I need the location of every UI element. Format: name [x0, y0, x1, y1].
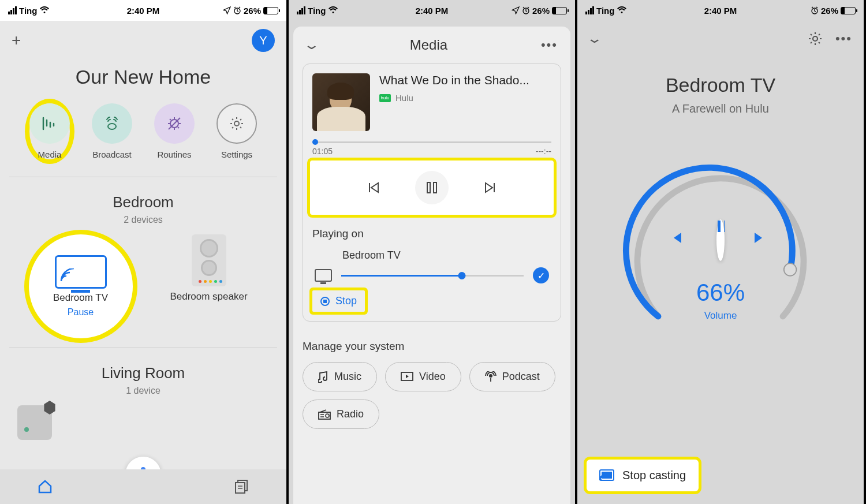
- room-bedroom-sub: 2 devices: [0, 215, 286, 234]
- svg-point-1: [108, 124, 116, 129]
- svg-rect-12: [319, 412, 330, 419]
- stop-button[interactable]: Stop: [312, 290, 365, 312]
- tv-icon: [315, 269, 332, 282]
- pause-button[interactable]: [716, 219, 725, 261]
- quick-media[interactable]: Media: [29, 103, 70, 159]
- video-icon: [401, 372, 413, 382]
- svg-rect-9: [434, 182, 436, 193]
- room-living-sub: 1 device: [0, 386, 286, 405]
- quick-broadcast[interactable]: Broadcast: [92, 103, 132, 159]
- chip-podcast[interactable]: Podcast: [469, 362, 555, 391]
- next-track-icon[interactable]: [483, 181, 497, 195]
- home-tab-icon[interactable]: [37, 479, 53, 494]
- home-title: Our New Home: [0, 60, 286, 103]
- manage-system-label: Manage your system: [303, 340, 561, 353]
- battery-pct: 26%: [244, 6, 261, 16]
- location-icon: [512, 6, 520, 14]
- status-bar: Ting 2:40 PM 26%: [577, 0, 864, 21]
- wifi-icon: [617, 6, 627, 14]
- svg-point-13: [326, 414, 329, 417]
- pause-button[interactable]: [415, 171, 449, 204]
- hulu-badge-icon: hulu: [379, 94, 391, 102]
- media-thumbnail: [312, 73, 370, 131]
- sheet-title: Media: [410, 37, 447, 53]
- battery-icon: [263, 7, 278, 14]
- prev-track-icon[interactable]: [367, 181, 380, 195]
- feed-tab-icon[interactable]: [234, 479, 249, 494]
- account-avatar[interactable]: Y: [252, 29, 275, 52]
- pause-icon: [426, 181, 438, 194]
- svg-rect-18: [724, 221, 725, 232]
- seek-bar[interactable]: [312, 141, 551, 143]
- quick-routines-label: Routines: [157, 150, 191, 159]
- broadcast-icon: [92, 103, 132, 144]
- provider-label: Hulu: [395, 93, 413, 103]
- playback-device-name: Bedroom TV: [342, 249, 551, 262]
- music-icon: [318, 371, 329, 383]
- playing-on-label: Playing on: [312, 227, 551, 240]
- device-bedroom-tv[interactable]: Bedroom TV Pause: [29, 234, 133, 338]
- svg-point-3: [234, 121, 239, 126]
- chromecast-icon[interactable]: [17, 405, 52, 440]
- tv-cast-icon: [55, 255, 107, 289]
- prev-track-icon[interactable]: [669, 230, 689, 251]
- svg-rect-8: [427, 182, 430, 193]
- pause-icon: [716, 219, 725, 261]
- device-tv-label: Bedroom TV: [53, 292, 108, 304]
- signal-icon: [8, 6, 17, 14]
- room-living-title: Living Room: [0, 348, 286, 386]
- svg-point-15: [813, 36, 818, 41]
- volume-dial[interactable]: 66% Volume: [617, 150, 824, 358]
- cast-icon: [599, 469, 614, 482]
- stop-casting-button[interactable]: Stop casting: [587, 460, 699, 491]
- next-track-icon[interactable]: [752, 230, 772, 251]
- podcast-icon: [485, 371, 497, 383]
- quick-routines[interactable]: Routines: [154, 103, 195, 159]
- chip-radio[interactable]: Radio: [303, 400, 379, 429]
- alarm-icon: [233, 6, 241, 14]
- clock: 2:40 PM: [127, 6, 160, 16]
- status-bar: Ting 2:40 PM 26%: [289, 0, 575, 21]
- back-icon[interactable]: ⌄: [586, 31, 603, 46]
- elapsed-time: 01:05: [312, 147, 333, 156]
- media-icon: [29, 103, 70, 144]
- overflow-icon[interactable]: •••: [835, 31, 852, 46]
- svg-rect-6: [236, 483, 245, 493]
- collapse-icon[interactable]: ⌄: [303, 38, 320, 53]
- svg-point-20: [600, 479, 602, 480]
- gear-icon[interactable]: [808, 31, 823, 46]
- quick-media-label: Media: [38, 150, 62, 159]
- wifi-icon: [39, 6, 50, 14]
- signal-icon: [297, 6, 305, 14]
- settings-icon: [216, 103, 257, 144]
- location-icon: [223, 6, 231, 14]
- stop-icon: [320, 297, 330, 306]
- bottom-nav: [0, 469, 286, 504]
- device-bedroom-speaker[interactable]: Bedroom speaker: [160, 234, 258, 338]
- alarm-icon: [522, 6, 530, 14]
- svg-point-16: [784, 263, 797, 276]
- battery-icon: [841, 7, 856, 14]
- now-playing-card: What We Do in the Shado... huluHulu 01:0…: [303, 64, 561, 322]
- media-title: What We Do in the Shado...: [379, 73, 529, 87]
- radio-icon: [318, 409, 331, 420]
- volume-label: Volume: [617, 310, 824, 322]
- add-button[interactable]: +: [12, 31, 21, 50]
- device-selected-icon[interactable]: ✓: [533, 267, 549, 283]
- quick-settings-label: Settings: [221, 150, 252, 159]
- playback-controls: [310, 160, 554, 215]
- carrier-label: Ting: [19, 6, 37, 16]
- svg-point-11: [489, 374, 492, 378]
- volume-percent: 66%: [617, 279, 824, 307]
- chip-video[interactable]: Video: [385, 362, 461, 391]
- overflow-icon[interactable]: •••: [541, 38, 558, 53]
- wifi-icon: [328, 6, 338, 14]
- device-tv-action[interactable]: Pause: [68, 307, 94, 318]
- svg-rect-21: [602, 472, 612, 479]
- svg-rect-17: [718, 221, 721, 232]
- quick-settings[interactable]: Settings: [216, 103, 257, 159]
- volume-slider[interactable]: [341, 275, 524, 277]
- device-subtitle: A Farewell on Hulu: [577, 102, 864, 115]
- room-bedroom-title: Bedroom: [0, 177, 286, 215]
- chip-music[interactable]: Music: [303, 362, 377, 391]
